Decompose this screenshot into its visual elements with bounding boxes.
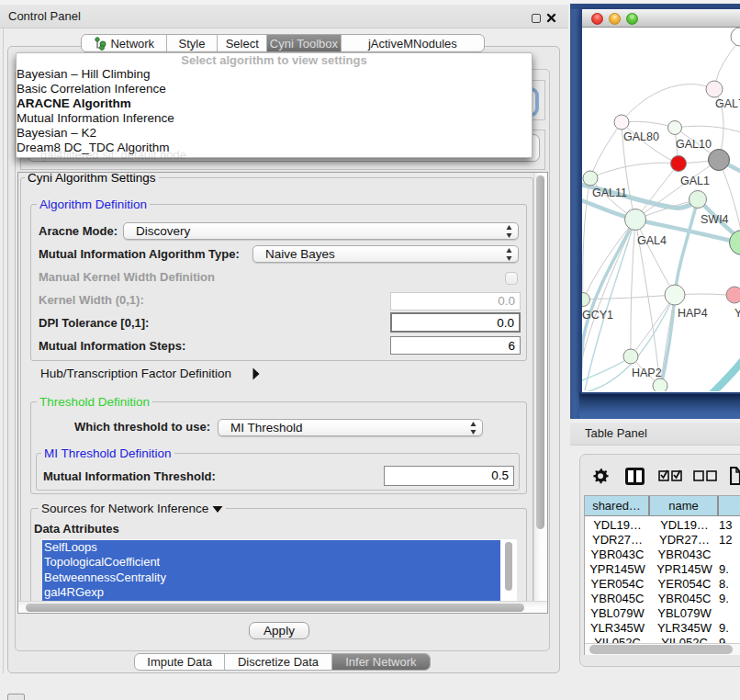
svg-text:GCY1: GCY1: [582, 309, 613, 322]
svg-text:GAL80: GAL80: [623, 130, 659, 143]
svg-text:GAL11: GAL11: [592, 186, 627, 199]
svg-text:GAL4: GAL4: [637, 234, 667, 247]
svg-text:HAP4: HAP4: [678, 307, 708, 320]
svg-text:GAL1: GAL1: [680, 175, 710, 187]
svg-text:SWI4: SWI4: [701, 213, 729, 226]
svg-text:HAP2: HAP2: [632, 367, 662, 379]
svg-text:GAL7: GAL7: [715, 97, 740, 110]
svg-text:Y: Y: [734, 307, 740, 320]
svg-text:GAL10: GAL10: [676, 138, 712, 151]
